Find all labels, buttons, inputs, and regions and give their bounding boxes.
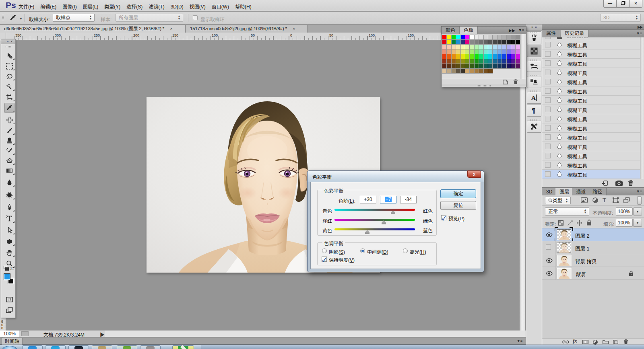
svg-text:¶: ¶ [532,107,535,114]
svg-text:A: A [531,94,536,101]
